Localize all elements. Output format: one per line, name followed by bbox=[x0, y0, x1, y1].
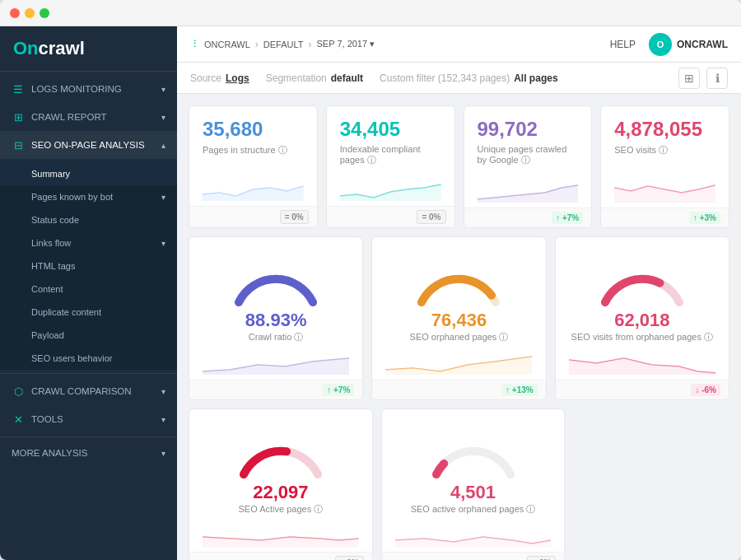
metric-label: SEO visits ⓘ bbox=[614, 144, 715, 156]
breadcrumb-item-oncrawl[interactable]: ONCRAWL bbox=[204, 40, 250, 49]
metric-value: 62,018 bbox=[614, 310, 669, 331]
seo-on-page-label: SEO ON-PAGE ANALYSIS bbox=[31, 140, 145, 150]
pages-known-label: Pages known by bot bbox=[31, 192, 113, 202]
sidebar-item-seo-users-behavior[interactable]: SEO users behavior bbox=[0, 347, 177, 370]
crawl-comparison-icon: ⬡ bbox=[12, 385, 25, 398]
source-label: Source bbox=[190, 72, 221, 84]
breadcrumb-item-date[interactable]: SEP 7, 2017 ▾ bbox=[317, 39, 375, 49]
metric-value: 34,405 bbox=[340, 118, 441, 141]
seo-on-page-icon: ⊟ bbox=[12, 138, 25, 152]
content-label: Content bbox=[31, 284, 63, 294]
metric-value: 22,097 bbox=[253, 482, 308, 503]
more-analysis-label: MORE ANALYSIS bbox=[12, 448, 87, 458]
trend-badge: ↑ +7% bbox=[552, 212, 583, 224]
crawl-report-icon: ⊞ bbox=[12, 110, 25, 124]
sidebar-item-content[interactable]: Content bbox=[0, 278, 177, 301]
card-crawl-ratio: 88.93% Crawl ratio ⓘ ↑ +7% bbox=[189, 236, 363, 400]
mini-chart bbox=[203, 171, 304, 201]
breadcrumb-sep-1: › bbox=[255, 39, 259, 50]
metric-label: SEO orphaned pages ⓘ bbox=[410, 331, 509, 343]
filter-bar: Source Logs Segmentation default Custom … bbox=[177, 63, 741, 94]
crawl-ratio-gauge bbox=[226, 249, 325, 306]
minimize-button[interactable] bbox=[25, 8, 35, 18]
custom-filter-value[interactable]: All pages bbox=[514, 72, 557, 84]
chevron-down-icon: ▾ bbox=[161, 113, 165, 122]
chevron-down-icon: ▾ bbox=[161, 415, 165, 424]
maximize-button[interactable] bbox=[40, 8, 49, 18]
chevron-down-icon: ▾ bbox=[161, 85, 165, 94]
mini-chart bbox=[478, 173, 579, 203]
crawl-report-label: CRAWL REPORT bbox=[31, 112, 107, 122]
chevron-up-icon: ▴ bbox=[161, 141, 165, 150]
sidebar-item-status-code[interactable]: Status code bbox=[0, 208, 177, 231]
metric-footer: ↑ +3% bbox=[601, 208, 729, 227]
close-button[interactable] bbox=[10, 8, 20, 18]
segmentation-label: Segmentation bbox=[266, 72, 327, 84]
metric-footer: = 0% bbox=[189, 206, 317, 227]
card-seo-visits: 4,878,055 SEO visits ⓘ ↑ +3% bbox=[600, 105, 729, 228]
trend-badge: = 0% bbox=[417, 210, 445, 224]
sidebar-item-summary[interactable]: Summary bbox=[0, 162, 177, 185]
user-avatar[interactable]: O bbox=[649, 33, 672, 56]
segmentation-value[interactable]: default bbox=[331, 72, 363, 84]
breadcrumb-sep-2: › bbox=[309, 39, 312, 50]
sidebar-item-html-tags[interactable]: HTML tags bbox=[0, 254, 177, 278]
active-pages-gauge bbox=[231, 421, 330, 478]
svg-marker-6 bbox=[569, 358, 715, 375]
grid-view-button[interactable]: ⊞ bbox=[678, 68, 700, 89]
mini-chart bbox=[614, 173, 715, 203]
sidebar-logo: Oncrawl bbox=[0, 26, 177, 72]
breadcrumb-item-default[interactable]: DEFAULT bbox=[263, 40, 304, 49]
svg-marker-3 bbox=[614, 185, 715, 203]
sidebar-item-pages-known-by-bot[interactable]: Pages known by bot ▾ bbox=[0, 185, 177, 208]
sidebar-item-logs-monitoring[interactable]: ☰ LOGS MONITORING ▾ bbox=[0, 75, 177, 103]
metric-footer: ↓ -6% bbox=[556, 380, 729, 399]
mini-chart bbox=[203, 348, 349, 375]
metrics-row-3: 22,097 SEO Active pages ⓘ = 0% bbox=[189, 408, 729, 560]
card-pages-in-structure: 35,680 Pages in structure ⓘ = 0% bbox=[189, 105, 318, 228]
chevron-down-icon: ▾ bbox=[161, 387, 165, 396]
payload-label: Payload bbox=[31, 330, 64, 340]
sidebar-item-crawl-report[interactable]: ⊞ CRAWL REPORT ▾ bbox=[0, 103, 177, 131]
status-code-label: Status code bbox=[31, 215, 79, 225]
sidebar-item-links-flow[interactable]: Links flow ▾ bbox=[0, 231, 177, 254]
seo-users-behavior-label: SEO users behavior bbox=[31, 353, 112, 363]
breadcrumb: ⋮ ONCRAWL › DEFAULT › SEP 7, 2017 ▾ bbox=[190, 39, 375, 50]
trend-badge: = 0% bbox=[335, 556, 364, 560]
tools-icon: ✕ bbox=[12, 413, 25, 426]
card-unique-pages-crawled: 99,702 Unique pages crawled by Google ⓘ … bbox=[464, 105, 593, 228]
filter-icons: ⊞ ℹ bbox=[678, 68, 728, 89]
user-label[interactable]: ONCRAWL bbox=[677, 39, 728, 50]
trend-badge: ↑ +7% bbox=[323, 384, 354, 396]
mini-chart bbox=[569, 348, 715, 375]
divider-bottom bbox=[0, 436, 177, 437]
html-tags-label: HTML tags bbox=[31, 261, 75, 271]
metric-label: SEO visits from orphaned pages ⓘ bbox=[571, 331, 713, 343]
sidebar-item-duplicate-content[interactable]: Duplicate content bbox=[0, 301, 177, 324]
metric-footer: = 0% bbox=[189, 552, 372, 560]
sidebar-more-analysis[interactable]: MORE ANALYSIS ▾ bbox=[0, 441, 177, 465]
tools-label: TOOLS bbox=[31, 414, 63, 424]
mini-chart bbox=[340, 171, 441, 201]
metric-footer: ↑ +7% bbox=[189, 380, 362, 399]
window-buttons bbox=[10, 8, 49, 18]
sidebar-item-seo-on-page[interactable]: ⊟ SEO ON-PAGE ANALYSIS ▴ bbox=[0, 131, 177, 159]
info-button[interactable]: ℹ bbox=[706, 68, 728, 89]
sidebar-item-tools[interactable]: ✕ TOOLS ▾ bbox=[0, 405, 177, 433]
orphaned-pages-gauge bbox=[409, 249, 508, 306]
metric-label: Indexable compliant pages ⓘ bbox=[340, 144, 441, 166]
sidebar-main-nav: ☰ LOGS MONITORING ▾ ⊞ CRAWL REPORT ▾ ⊟ S bbox=[0, 72, 177, 162]
metric-value: 76,436 bbox=[431, 310, 487, 331]
logo: Oncrawl bbox=[13, 38, 164, 59]
metric-footer: ↑ +13% bbox=[372, 380, 545, 399]
duplicate-content-label: Duplicate content bbox=[31, 307, 101, 317]
source-value[interactable]: Logs bbox=[226, 72, 249, 84]
chevron-down-icon: ▾ bbox=[161, 449, 165, 458]
metric-label: Crawl ratio ⓘ bbox=[249, 331, 304, 343]
help-link[interactable]: HELP bbox=[610, 39, 636, 50]
sidebar-item-crawl-comparison[interactable]: ⬡ CRAWL COMPARISON ▾ bbox=[0, 377, 177, 405]
trend-badge: ↑ +13% bbox=[501, 384, 538, 396]
title-bar bbox=[0, 0, 741, 26]
metrics-row-1: 35,680 Pages in structure ⓘ = 0% 34,405 … bbox=[189, 105, 729, 228]
sidebar-item-payload[interactable]: Payload bbox=[0, 324, 177, 347]
